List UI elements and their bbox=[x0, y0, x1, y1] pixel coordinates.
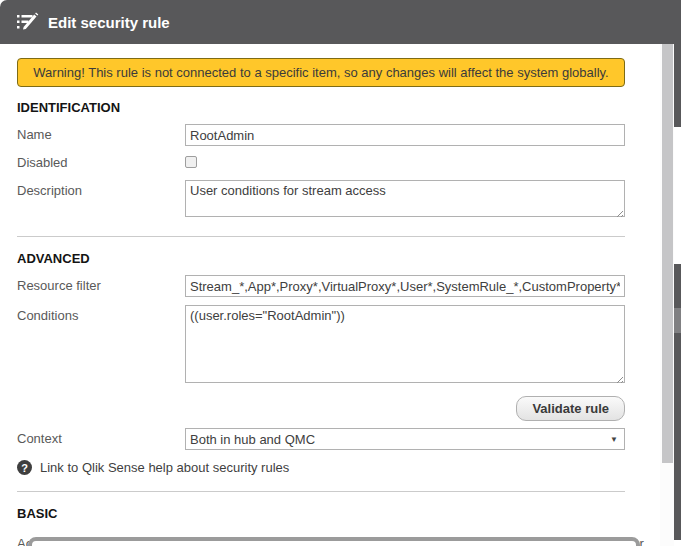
dialog-content: Warning! This rule is not connected to a… bbox=[0, 44, 660, 546]
name-label: Name bbox=[17, 124, 185, 146]
help-link[interactable]: Link to Qlik Sense help about security r… bbox=[40, 460, 289, 475]
edit-security-rule-panel: Edit security rule Warning! This rule is… bbox=[0, 0, 681, 546]
warning-banner: Warning! This rule is not connected to a… bbox=[17, 58, 625, 87]
disabled-row: Disabled ✔ bbox=[17, 152, 625, 171]
validate-row: Validate rule bbox=[17, 396, 625, 421]
section-heading-advanced: ADVANCED bbox=[17, 251, 625, 266]
dialog-title: Edit security rule bbox=[48, 14, 170, 31]
edit-rule-icon bbox=[17, 12, 39, 32]
panel-scrollbar[interactable] bbox=[660, 44, 674, 546]
conditions-textarea[interactable]: ((user.roles="RootAdmin")) bbox=[185, 305, 625, 383]
section-heading-basic: BASIC bbox=[17, 506, 625, 521]
background-page-strip bbox=[674, 264, 681, 308]
context-select[interactable]: Both in hub and QMC ▼ bbox=[185, 428, 625, 450]
context-row: Context Both in hub and QMC ▼ bbox=[17, 428, 625, 450]
panel-scrollbar-thumb[interactable] bbox=[662, 44, 673, 463]
disabled-label: Disabled bbox=[17, 152, 185, 171]
context-selected-value: Both in hub and QMC bbox=[190, 432, 610, 447]
help-icon[interactable]: ? bbox=[17, 460, 32, 475]
name-input[interactable] bbox=[185, 124, 625, 146]
clipped-bottom-panel bbox=[28, 537, 640, 546]
context-label: Context bbox=[17, 428, 185, 450]
section-divider bbox=[17, 491, 625, 492]
help-link-row: ? Link to Qlik Sense help about security… bbox=[17, 460, 625, 475]
dialog-header: Edit security rule bbox=[0, 0, 681, 44]
resource-filter-row: Resource filter bbox=[17, 275, 625, 297]
conditions-label: Conditions bbox=[17, 305, 185, 386]
description-row: Description User conditions for stream a… bbox=[17, 180, 625, 220]
section-heading-identification: IDENTIFICATION bbox=[17, 100, 625, 115]
disabled-checkbox[interactable]: ✔ bbox=[185, 156, 197, 168]
resource-filter-label: Resource filter bbox=[17, 275, 185, 297]
resource-filter-input[interactable] bbox=[185, 275, 625, 297]
validate-rule-button[interactable]: Validate rule bbox=[516, 396, 625, 421]
description-textarea[interactable]: User conditions for stream access bbox=[185, 180, 625, 217]
section-divider bbox=[17, 236, 625, 237]
background-scrollbar-thumb bbox=[674, 308, 681, 333]
conditions-row: Conditions ((user.roles="RootAdmin")) bbox=[17, 305, 625, 386]
name-row: Name bbox=[17, 124, 625, 146]
chevron-down-icon: ▼ bbox=[610, 435, 618, 444]
background-page-strip bbox=[674, 127, 681, 264]
background-page-strip bbox=[674, 333, 681, 540]
description-label: Description bbox=[17, 180, 185, 220]
